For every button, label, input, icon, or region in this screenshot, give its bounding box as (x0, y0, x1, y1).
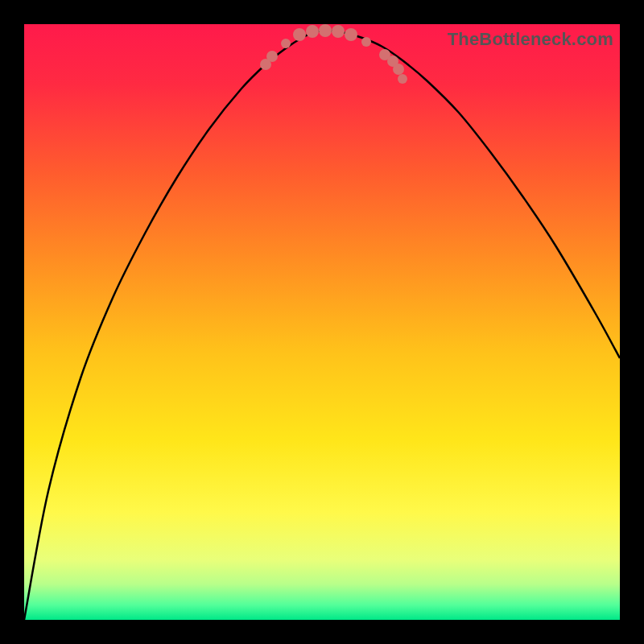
curve-bead (398, 74, 407, 84)
curve-bead (266, 51, 278, 62)
watermark-text: TheBottleneck.com (448, 29, 613, 50)
curve-beads (260, 24, 407, 84)
curve-bead (393, 64, 404, 75)
curve-bead (281, 39, 291, 48)
curve-path (24, 31, 620, 620)
curve-bead (345, 28, 357, 41)
curve-bead (306, 25, 319, 38)
curve-bead (332, 25, 345, 38)
curve-bead (319, 24, 332, 37)
plot-area: TheBottleneck.com (24, 24, 620, 620)
bottleneck-curve (24, 24, 620, 620)
curve-bead (293, 28, 306, 41)
curve-bead (361, 37, 371, 47)
